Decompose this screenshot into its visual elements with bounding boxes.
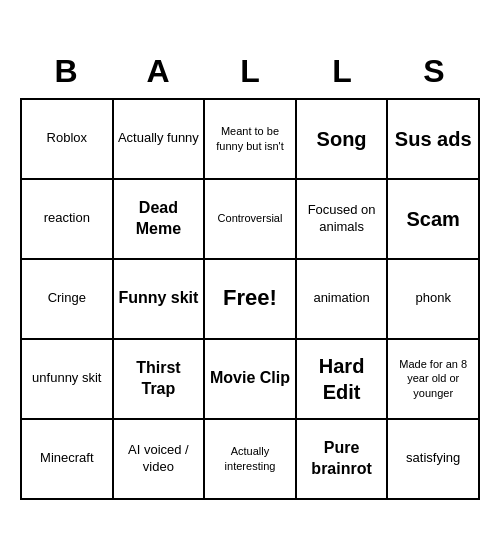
cell-22[interactable]: Actually interesting xyxy=(205,420,297,500)
cell-7[interactable]: Controversial xyxy=(205,180,297,260)
cell-14[interactable]: phonk xyxy=(388,260,480,340)
cell-11[interactable]: Funny skit xyxy=(114,260,206,340)
cell-23[interactable]: Pure brainrot xyxy=(297,420,389,500)
cell-19[interactable]: Made for an 8 year old or younger xyxy=(388,340,480,420)
cell-15[interactable]: unfunny skit xyxy=(22,340,114,420)
header-s: S xyxy=(388,45,480,98)
cell-20[interactable]: Minecraft xyxy=(22,420,114,500)
cell-9[interactable]: Scam xyxy=(388,180,480,260)
cell-18[interactable]: Hard Edit xyxy=(297,340,389,420)
cell-17[interactable]: Movie Clip xyxy=(205,340,297,420)
header-b: B xyxy=(20,45,112,98)
cell-0[interactable]: Roblox xyxy=(22,100,114,180)
cell-1[interactable]: Actually funny xyxy=(114,100,206,180)
cell-12-free[interactable]: Free! xyxy=(205,260,297,340)
bingo-header: B A L L S xyxy=(20,45,480,98)
cell-13[interactable]: animation xyxy=(297,260,389,340)
cell-21[interactable]: AI voiced / video xyxy=(114,420,206,500)
header-a: A xyxy=(112,45,204,98)
cell-4[interactable]: Sus ads xyxy=(388,100,480,180)
cell-5[interactable]: reaction xyxy=(22,180,114,260)
header-l2: L xyxy=(296,45,388,98)
cell-24[interactable]: satisfying xyxy=(388,420,480,500)
bingo-card: B A L L S Roblox Actually funny Meant to… xyxy=(20,45,480,500)
cell-10[interactable]: Cringe xyxy=(22,260,114,340)
cell-8[interactable]: Focused on animals xyxy=(297,180,389,260)
header-l1: L xyxy=(204,45,296,98)
bingo-grid: Roblox Actually funny Meant to be funny … xyxy=(20,98,480,500)
cell-6[interactable]: Dead Meme xyxy=(114,180,206,260)
cell-2[interactable]: Meant to be funny but isn't xyxy=(205,100,297,180)
cell-16[interactable]: Thirst Trap xyxy=(114,340,206,420)
cell-3[interactable]: Song xyxy=(297,100,389,180)
